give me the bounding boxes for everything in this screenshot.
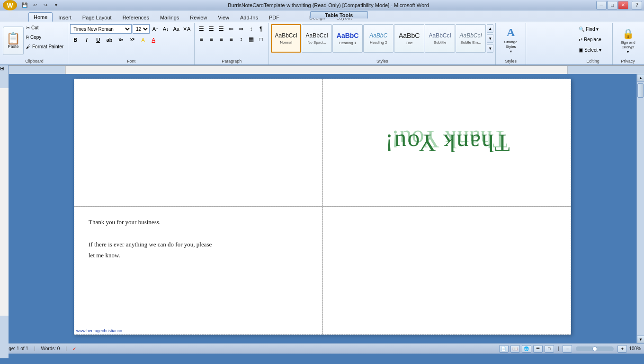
page-bottom-right[interactable] — [322, 207, 571, 335]
scroll-thumb[interactable] — [637, 83, 644, 98]
maximize-button[interactable]: □ — [607, 1, 617, 9]
tab-insert[interactable]: Insert — [53, 13, 77, 22]
scroll-down-button[interactable]: ▼ — [637, 336, 644, 343]
privacy-group: 🔒 Sign andEncrypt ▾ Privacy — [612, 23, 643, 64]
undo-button[interactable]: ↩ — [30, 1, 40, 9]
tab-pdf[interactable]: PDF — [264, 13, 285, 22]
styles-scroll-up[interactable]: ▲ — [487, 24, 493, 33]
tab-page-layout[interactable]: Page Layout — [77, 13, 117, 22]
font-name-row: Times New Roman 12 A↑ A↓ Aa ✕A — [70, 24, 191, 34]
zoom-slider[interactable] — [576, 346, 614, 351]
style-title[interactable]: AaBbC Title — [394, 24, 424, 53]
format-painter-button[interactable]: 🖌 Format Painter — [25, 43, 65, 51]
spell-check-icon[interactable]: ✔ — [72, 346, 76, 351]
page-bottom-left[interactable]: Thank you for your business. If there is… — [74, 207, 322, 335]
font-size-select[interactable]: 12 — [133, 24, 150, 34]
bold-button[interactable]: B — [70, 35, 80, 45]
change-styles-button[interactable]: A ChangeStyles ▾ — [498, 25, 524, 54]
style-subtitle[interactable]: AaBbCcI Subtitle — [425, 24, 455, 53]
find-button[interactable]: 🔍 Find ▾ — [576, 24, 610, 34]
sort-button[interactable]: ↕ — [246, 24, 256, 34]
numbering-button[interactable]: ☰ — [206, 24, 216, 34]
zoom-in-button[interactable]: + — [617, 345, 627, 353]
increase-indent-button[interactable]: ⇒ — [236, 24, 246, 34]
style-heading2[interactable]: AaBbC Heading 2 — [363, 24, 394, 53]
subscript-button[interactable]: X₂ — [116, 35, 126, 45]
style-heading1[interactable]: AaBbC Heading 1 — [332, 24, 363, 53]
page-top-right[interactable]: Thank You! Thank You! — [322, 79, 571, 207]
scroll-up-button[interactable]: ▲ — [637, 74, 644, 82]
tab-mailings[interactable]: Mailings — [155, 13, 184, 22]
align-right-button[interactable]: ≡ — [216, 35, 226, 44]
web-layout-view-button[interactable]: 🌐 — [522, 345, 531, 353]
font-name-select[interactable]: Times New Roman — [70, 24, 132, 34]
tab-addins[interactable]: Add-Ins — [235, 13, 263, 22]
thank-you-text: Thank You! — [384, 129, 510, 157]
select-arrow: ▾ — [599, 47, 601, 53]
scroll-track[interactable] — [637, 82, 644, 336]
page-top-left[interactable] — [74, 79, 322, 207]
styles-scroll-more[interactable]: ▼ — [487, 44, 493, 53]
show-formatting-button[interactable]: ¶ — [256, 24, 266, 34]
grow-font-button[interactable]: A↑ — [151, 24, 160, 34]
borders-button[interactable]: □ — [256, 35, 266, 44]
shading-button[interactable]: ▦ — [246, 35, 256, 44]
styles-scroll-down[interactable]: ▼ — [487, 34, 493, 43]
align-left-button[interactable]: ≡ — [197, 35, 206, 44]
bottom-text-line1: Thank you for your business. — [89, 217, 308, 228]
zoom-out-button[interactable]: − — [563, 345, 572, 353]
para-row-2: ≡ ≡ ≡ ≡ ↕ ▦ □ — [197, 35, 266, 44]
style-heading2-preview: AaBbC — [369, 32, 387, 39]
close-button[interactable]: ✕ — [618, 1, 628, 9]
help-button[interactable]: ? — [632, 1, 642, 9]
change-case-button[interactable]: Aa — [171, 24, 181, 34]
sign-encrypt-button[interactable]: 🔒 Sign andEncrypt ▾ — [615, 27, 641, 55]
change-styles-arrow: ▾ — [510, 49, 512, 54]
style-subtle-em[interactable]: AaBbCcI Subtle Em... — [456, 24, 486, 53]
editing-controls: 🔍 Find ▾ ⇄ Replace ▣ Select ▾ — [576, 24, 610, 61]
cut-button[interactable]: ✂ Cut — [25, 24, 65, 32]
styles-label: Styles — [269, 59, 495, 64]
save-button[interactable]: 💾 — [20, 1, 29, 9]
align-center-button[interactable]: ≡ — [206, 35, 216, 44]
font-color-button[interactable]: A — [149, 35, 158, 45]
svg-rect-0 — [9, 66, 644, 74]
paste-button[interactable]: 📋 Paste — [3, 27, 24, 55]
draft-view-button[interactable]: □ — [545, 345, 554, 353]
copy-button[interactable]: ⎘ Copy — [25, 33, 65, 42]
quick-access-toolbar: 💾 ↩ ↪ ▾ — [20, 1, 61, 9]
outline-view-button[interactable]: ☰ — [533, 345, 543, 353]
decrease-indent-button[interactable]: ⇐ — [226, 24, 236, 34]
tab-review[interactable]: Review — [185, 13, 212, 22]
select-button[interactable]: ▣ Select ▾ — [576, 45, 610, 55]
multilevel-button[interactable]: ☰ — [216, 24, 226, 34]
italic-button[interactable]: I — [81, 35, 92, 45]
copy-label: Copy — [30, 35, 41, 40]
customize-button[interactable]: ▾ — [51, 1, 61, 9]
scissors-icon: ✂ — [26, 25, 30, 30]
redo-button[interactable]: ↪ — [41, 1, 50, 9]
style-no-spacing[interactable]: AaBbCcI No Spaci... — [302, 24, 332, 53]
tab-view[interactable]: View — [213, 13, 234, 22]
superscript-button[interactable]: X² — [127, 35, 137, 45]
highlight-button[interactable]: A — [138, 35, 148, 45]
tab-references[interactable]: References — [117, 13, 154, 22]
shrink-font-button[interactable]: A↓ — [161, 24, 170, 34]
line-spacing-button[interactable]: ↕ — [236, 35, 246, 44]
justify-button[interactable]: ≡ — [226, 35, 236, 44]
print-layout-view-button[interactable]: 📄 — [499, 345, 509, 353]
strikethrough-button[interactable]: ab — [104, 35, 115, 45]
tab-home[interactable]: Home — [28, 12, 53, 22]
minimize-button[interactable]: ─ — [596, 1, 607, 9]
style-title-label: Title — [406, 41, 413, 45]
style-normal[interactable]: AaBbCcI Normal — [271, 24, 301, 53]
replace-button[interactable]: ⇄ Replace — [576, 35, 610, 44]
svg-rect-6 — [0, 88, 9, 316]
bullets-button[interactable]: ☰ — [197, 24, 206, 34]
underline-button[interactable]: U — [93, 35, 103, 45]
clear-formatting-button[interactable]: ✕A — [182, 24, 191, 34]
full-reading-view-button[interactable]: 📖 — [510, 345, 520, 353]
ruler-corner[interactable]: ⊞ — [0, 65, 9, 74]
office-button[interactable]: W — [3, 0, 17, 10]
vertical-scrollbar[interactable]: ▲ ▼ — [636, 74, 644, 343]
